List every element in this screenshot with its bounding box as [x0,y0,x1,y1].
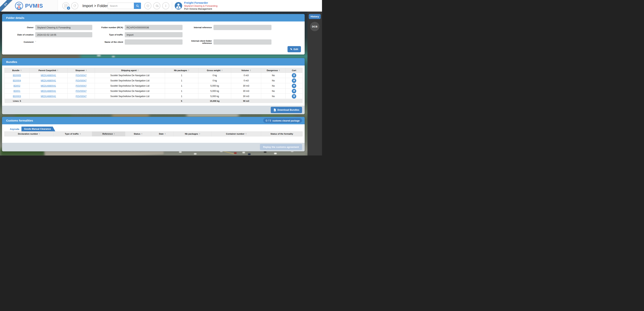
download-bundles-label: Download Bundles [278,108,299,111]
bundles-header-row: Bundle↑ Parent CargoUnit↑ Stopover↑ Ship… [4,68,302,73]
type-of-traffic-input[interactable] [125,32,182,37]
cart-plus-icon [293,85,295,87]
cart-plus-icon [293,90,295,92]
owner-field: Owner [6,25,94,30]
customs-col-date[interactable]: Date↑ [151,131,174,136]
parent-cargounit-link[interactable]: MEDU4880041 [41,95,56,98]
shipping-agent-cell: Société Seychelloise De Navigation Ltd [95,83,165,89]
parent-cargounit-link[interactable]: MEDU4880041 [41,90,56,92]
sort-asc-icon: ↑ [138,69,139,72]
bundles-col-dangerous[interactable]: Dangerous↑ [261,68,286,73]
internal-client-folder-reference-input[interactable] [214,39,272,45]
edit-button[interactable]: ✎ Edit [288,46,301,52]
brand-suffix: S [39,3,43,9]
documents-button[interactable]: 3 [62,2,69,9]
sort-asc-icon: ↑ [20,69,22,72]
documents-count-badge: 3 [66,6,70,10]
sort-asc-icon: ↑ [199,133,200,135]
bundles-col-stopover[interactable]: Stopover↑ [68,68,95,73]
date-of-creation-input[interactable] [35,32,92,37]
brand-accent: I [38,3,39,9]
bundle-link[interactable]: BD002 [14,85,20,87]
bundle-link[interactable]: BD0003 [13,95,21,98]
replay-customs-agreement-button[interactable]: Replay the customs agreement [260,144,302,150]
bundles-col-volume[interactable]: Volume↑ [231,68,261,73]
add-to-cart-button[interactable] [292,94,296,99]
internal-reference-field: Internal reference [184,25,301,30]
add-to-cart-button[interactable] [292,89,296,93]
add-to-cart-button[interactable] [292,73,296,78]
logout-button[interactable] [144,2,152,9]
search-input[interactable] [108,3,134,9]
name-of-client-label: Name of the client [94,41,125,43]
customs-footer: Replay the customs agreement [2,143,305,151]
gear-small-icon: ⚙ [157,5,159,8]
internal-reference-input[interactable] [214,25,272,30]
tab-asycuda[interactable]: Asycuda [8,127,22,131]
gross-weight-cell: 5,000 kg [198,94,231,99]
shipping-agent-cell: Société Seychelloise De Navigation Ltd [95,94,165,99]
tab-goods-manual-clearance[interactable]: Goods Manual Clearance [22,127,55,131]
owner-input[interactable] [35,25,92,30]
comment-value: - [35,40,36,43]
pvmis-logo-icon[interactable] [15,2,23,10]
add-to-cart-button[interactable] [292,78,296,83]
header-main: 3 Import > Folder [58,0,322,12]
bundles-footer: x Download Bundles [2,106,305,114]
refresh-button[interactable] [71,2,78,9]
parent-cargounit-link[interactable]: MEDU4880041 [41,79,56,82]
dangerous-cell: No [261,78,286,83]
edit-button-label: Edit [294,48,298,51]
dangerous-cell: No [261,89,286,94]
stopover-link[interactable]: POV00047 [76,79,87,82]
bundles-col-shipping-agent[interactable]: Shipping agent↑ [95,68,165,73]
bundles-col-gross-weight[interactable]: Gross weight↑ [198,68,231,73]
volume-cell: 30 m3 [231,89,261,94]
user-info: Freight Forwarder Skyland Clearing & For… [184,1,218,11]
parent-cargounit-link[interactable]: MEDU4880041 [41,85,56,87]
customs-header: Customs formalities 0 / 5 customs cleare… [2,117,305,124]
bundles-col-bundle[interactable]: Bundle↑ [4,68,30,73]
bundle-link[interactable]: BD0005 [13,74,21,77]
parent-cargounit-link[interactable]: MEDU4880041 [41,74,56,77]
bundle-link[interactable]: BD001 [14,90,20,92]
search-box [108,3,141,9]
bundles-col-parent-cargounit[interactable]: Parent CargoUnit↑ [30,68,68,73]
bundles-body: Bundle↑ Parent CargoUnit↑ Stopover↑ Ship… [2,66,305,106]
customs-col-declaration-number[interactable]: Declaration number↑ [4,131,54,136]
customs-col-status[interactable]: Status↑ [125,131,151,136]
shipping-agent-cell: Société Seychelloise De Navigation Ltd [95,89,165,94]
brand-prefix: PVM [25,3,38,9]
internal-reference-label: Internal reference [184,26,214,29]
nb-packages-cell: 1 [165,78,198,83]
stopover-link[interactable]: POV00047 [76,74,87,77]
settings-button[interactable]: ⚙ ⚙ [153,2,160,9]
user-avatar[interactable] [175,2,182,10]
dcb-avatar[interactable]: DCB [310,22,320,31]
history-button[interactable]: History [309,14,321,19]
bundles-col-cart: Cart [286,68,302,73]
bundle-link[interactable]: BD0004 [13,79,21,82]
user-zone: Freight Forwarder Skyland Clearing & For… [175,1,322,11]
nb-packages-cell: 1 [165,94,198,99]
folder-number-input[interactable] [125,25,182,30]
download-bundles-button[interactable]: x Download Bundles [271,107,302,113]
bundles-col-nb-packages[interactable]: Nb packages↑ [165,68,198,73]
customs-col-container-number[interactable]: Container number↑ [212,131,261,136]
volume-cell: 30 m3 [231,94,261,99]
customs-col-type-of-traffic[interactable]: Type of traffic↑ [54,131,92,136]
cart-plus-icon [293,95,295,97]
add-to-cart-button[interactable] [292,84,296,88]
dangerous-cell: No [261,94,286,99]
customs-col-reference[interactable]: Reference↑ [92,131,125,136]
brand-zone: QA PVMIS [0,0,58,12]
bundle-row: BD002 MEDU4880041 POV00047 Société Seych… [4,83,302,89]
stopover-link[interactable]: POV00047 [76,95,87,98]
info-button[interactable]: i [162,2,169,9]
stopover-link[interactable]: POV00047 [76,85,87,87]
user-company: Skyland Clearing & Forwarding [184,5,218,8]
name-of-client-input[interactable] [125,39,182,45]
customs-col-nb-packages[interactable]: Nb packages↑ [174,131,212,136]
search-button[interactable] [134,3,141,9]
stopover-link[interactable]: POV00047 [76,90,87,92]
